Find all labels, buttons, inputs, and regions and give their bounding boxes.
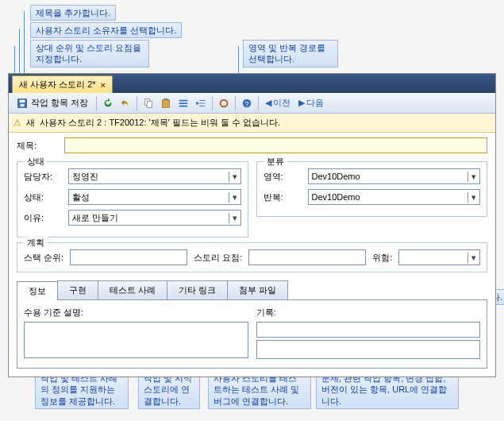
outdent-button[interactable] [175, 95, 191, 111]
stackrank-label: 스택 순위: [24, 252, 63, 264]
indent-icon [195, 98, 206, 109]
refresh-icon [102, 98, 113, 109]
link-button[interactable] [216, 95, 232, 111]
copy-button[interactable] [140, 95, 156, 111]
document-tab-title: 새 사용자 스토리 2* [19, 79, 96, 91]
chevron-down-icon: ▾ [229, 213, 237, 223]
warning-message: 사용자 스토리 2 : TF20012: '제목' 필드는 비워 둘 수 없습니… [40, 117, 280, 129]
title-label: 제목: [17, 140, 64, 152]
history-input[interactable] [256, 322, 481, 338]
copy-icon [143, 98, 154, 109]
warning-icon: ⚠ [13, 118, 21, 128]
reason-select[interactable]: 새로 만들기▾ [68, 210, 241, 226]
save-icon [17, 98, 28, 109]
state-label: 상태: [24, 191, 68, 203]
tab-otherlinks[interactable]: 기타 링크 [167, 280, 228, 299]
callout-select-owner: 사용자 스토리 소유자를 선택합니다. [30, 22, 182, 38]
classification-legend: 분류 [264, 156, 287, 168]
storypoints-label: 스토리 요점: [194, 252, 242, 264]
undo-icon [120, 98, 131, 109]
detail-tabs: 정보 구현 테스트 사례 기타 링크 첨부 파일 [17, 280, 487, 300]
svg-rect-5 [163, 99, 170, 107]
history-label: 기록: [256, 307, 481, 319]
classification-fieldset: 분류 영역: Dev10Demo▾ 반복: Dev10Demo▾ [256, 161, 488, 217]
chevron-down-icon: ▾ [229, 192, 237, 203]
callout-add-title: 제목을 추가합니다. [30, 5, 116, 21]
assignee-label: 담당자: [24, 171, 68, 183]
plan-fieldset: 계획 스택 순위: 스토리 요점: 위험: ▾ [17, 242, 487, 272]
title-input[interactable] [64, 137, 487, 153]
warning-bar: ⚠ 새 사용자 스토리 2 : TF20012: '제목' 필드는 비워 둘 수… [9, 114, 495, 133]
risk-select[interactable]: ▾ [398, 249, 480, 265]
reason-label: 이유: [24, 212, 68, 224]
iteration-select[interactable]: Dev10Demo▾ [308, 189, 481, 205]
chevron-down-icon: ▾ [467, 172, 476, 182]
close-icon[interactable]: × [101, 80, 106, 90]
svg-rect-4 [147, 101, 152, 107]
risk-label: 위험: [372, 252, 392, 264]
paste-icon [160, 98, 171, 109]
refresh-button[interactable] [100, 95, 116, 111]
outdent-icon [178, 98, 189, 109]
history-list[interactable] [256, 340, 481, 359]
acceptance-textarea[interactable] [24, 322, 248, 358]
indent-button[interactable] [193, 95, 209, 111]
state-select[interactable]: 활성▾ [68, 189, 241, 205]
svg-text:?: ? [245, 99, 249, 107]
undo-button[interactable] [117, 95, 133, 111]
stackrank-input[interactable] [70, 249, 187, 265]
area-select[interactable]: Dev10Demo▾ [308, 168, 481, 184]
toolbar: 작업 항목 저장 ? ◀이전 ▶다음 [9, 93, 495, 114]
state-fieldset: 상태 담당자: 정영진▾ 상태: 활성▾ 이유: 새로 만들기▾ [17, 161, 248, 238]
chevron-down-icon: ▾ [467, 192, 476, 203]
help-icon: ? [241, 98, 252, 109]
acceptance-label: 수용 기준 설명: [24, 307, 248, 319]
iteration-label: 반복: [264, 191, 308, 203]
document-tab[interactable]: 새 사용자 스토리 2* × [12, 75, 113, 93]
svg-rect-1 [20, 99, 25, 102]
chevron-down-icon: ▾ [229, 172, 237, 182]
link-icon [218, 98, 229, 109]
tab-info[interactable]: 정보 [17, 281, 58, 300]
warning-prefix: 새 [26, 117, 35, 129]
tab-implementation[interactable]: 구현 [57, 280, 98, 299]
help-button[interactable]: ? [239, 95, 255, 111]
storypoints-input[interactable] [248, 249, 366, 265]
state-legend: 상태 [24, 156, 48, 168]
app-window: 새 사용자 스토리 2* × 작업 항목 저장 ? ◀이전 ▶다음 [8, 73, 496, 377]
callout-priority: 상대 순위 및 스토리 요점을 지정합니다. [30, 40, 149, 68]
save-button[interactable]: 작업 항목 저장 [12, 95, 93, 111]
callout-area-iteration: 영역 및 반복 경로를 선택합니다. [243, 40, 338, 68]
svg-rect-2 [20, 103, 24, 106]
area-label: 영역: [264, 171, 308, 183]
plan-legend: 계획 [24, 237, 48, 249]
nav-next[interactable]: ▶다음 [295, 97, 327, 109]
svg-point-7 [221, 99, 228, 106]
paste-button[interactable] [158, 95, 174, 111]
svg-rect-6 [164, 98, 168, 100]
tab-testcases[interactable]: 테스트 사례 [98, 280, 167, 299]
chevron-down-icon: ▾ [467, 253, 476, 263]
tab-attachments[interactable]: 첨부 파일 [227, 280, 288, 299]
assignee-select[interactable]: 정영진▾ [68, 168, 241, 184]
detail-panel: 수용 기준 설명: 기록: [17, 300, 487, 369]
document-tabbar: 새 사용자 스토리 2* × [9, 74, 495, 93]
nav-prev[interactable]: ◀이전 [262, 97, 294, 109]
